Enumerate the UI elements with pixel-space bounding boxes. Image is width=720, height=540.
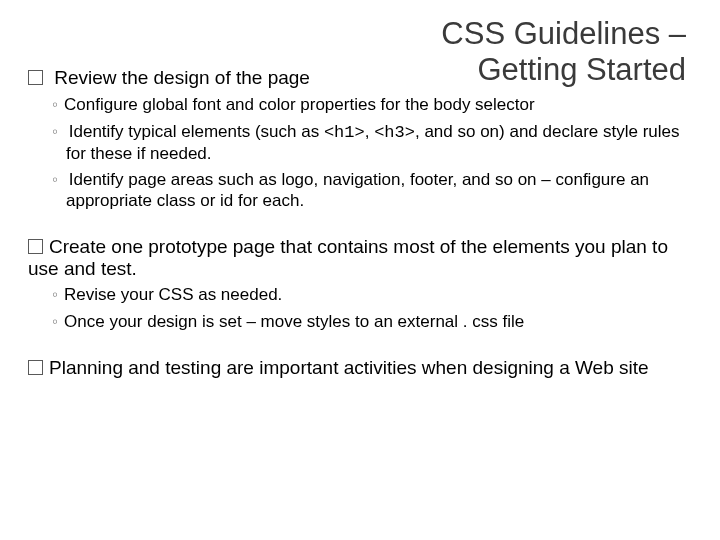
bullet-1-sub-2: ◦ Identify typical elements (such as <h1… [52,122,696,164]
bullet-3: Planning and testing are important activ… [28,357,696,379]
spacer [24,337,696,351]
checkbox-icon [28,239,43,254]
code-h1: <h1> [324,123,365,142]
ring-icon: ◦ [52,285,58,304]
spacer [24,216,696,230]
bullet-3-a: Planning [49,357,128,378]
b1s2-mid: , [365,122,374,141]
bullet-2-sub-2: ◦Once your design is set – move styles t… [52,312,696,333]
ring-icon: ◦ [52,122,58,141]
bullet-1-sub-3-text: Identify page areas such as logo, naviga… [64,170,649,210]
slide: CSS Guidelines – Getting Started Review … [0,0,720,540]
slide-body: Review the design of the page ◦Configure… [24,67,696,379]
code-h3: <h3> [374,123,415,142]
ring-icon: ◦ [52,95,58,114]
bullet-2-a: Create [49,236,111,257]
bullet-3-b: and testing are important activities whe… [128,357,648,378]
bullet-1-sub-3: ◦ Identify page areas such as logo, navi… [52,170,696,211]
ring-icon: ◦ [52,170,58,189]
checkbox-icon [28,360,43,375]
bullet-1-text: Review the design of the page [49,67,310,88]
checkbox-icon [28,70,43,85]
bullet-2-b: one prototype page that contains most of… [28,236,668,279]
bullet-2-sub-1: ◦Revise your CSS as needed. [52,285,696,306]
bullet-2-sub-1-text: Revise your CSS as needed. [64,285,282,304]
bullet-1-sub-1-text: Configure global font and color properti… [64,95,535,114]
title-line-1: CSS Guidelines – [441,16,686,51]
ring-icon: ◦ [52,312,58,331]
bullet-2: Create one prototype page that contains … [28,236,696,280]
b1s2-a: Identify typical elements (such as [64,122,324,141]
bullet-1-sub-1: ◦Configure global font and color propert… [52,95,696,116]
title-line-2: Getting Started [477,52,686,87]
bullet-2-sub-2-text: Once your design is set – move styles to… [64,312,524,331]
